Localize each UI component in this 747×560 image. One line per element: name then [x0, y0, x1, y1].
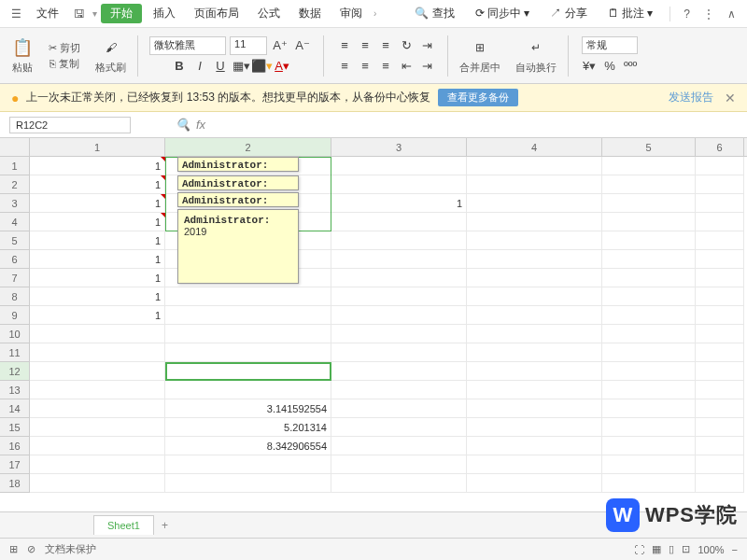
numfmt-select[interactable]: 常规 [582, 36, 638, 54]
add-sheet-button[interactable]: + [154, 515, 176, 536]
currency-icon[interactable]: ¥▾ [580, 56, 599, 75]
paste-icon[interactable]: 📋 [11, 36, 34, 59]
menu-data[interactable]: 数据 [291, 4, 329, 23]
paste-group: 📋 粘贴 [7, 36, 37, 75]
col-header[interactable]: 2 [165, 138, 331, 156]
formula-bar: R12C2 🔍fx [0, 112, 747, 138]
formatbrush-label: 格式刷 [95, 61, 126, 75]
name-box[interactable]: R12C2 [9, 117, 131, 133]
zoom-label: 100% [698, 544, 724, 555]
comment-indicator-icon [161, 194, 165, 199]
col-header[interactable]: 3 [331, 138, 467, 156]
copy-button[interactable]: ⎘ 复制 [49, 57, 79, 71]
sheet-tab[interactable]: Sheet1 [93, 515, 154, 535]
grid-view-icon[interactable]: ▦ [652, 543, 661, 555]
col-header[interactable]: 6 [696, 138, 744, 156]
collapse-icon[interactable]: ∧ [724, 6, 740, 22]
more-menu-icon[interactable]: ⋮ [699, 6, 718, 22]
col-header[interactable]: 5 [602, 138, 696, 156]
comment-tooltip: Administrator: [177, 175, 299, 190]
formatbrush-icon[interactable]: 🖌 [100, 36, 122, 59]
menu-icon[interactable]: ☰ [7, 6, 25, 22]
paste-label: 粘贴 [12, 61, 33, 75]
align-bot-icon[interactable]: ≡ [376, 36, 395, 55]
tab-switcher-icon[interactable]: ⊞ [9, 543, 18, 555]
menu-insert[interactable]: 插入 [146, 4, 183, 23]
format-group: 常规 ¥▾ % ººº [576, 36, 643, 75]
spreadsheet-grid[interactable]: 1 2 3 4 5 6 11 21 311 41 51 61 71 81 91 … [0, 138, 747, 511]
find-button[interactable]: 🔍 查找 [407, 4, 461, 23]
font-inc-icon[interactable]: A⁺ [271, 36, 289, 55]
rows: 11 21 311 41 51 61 71 81 91 10 11 12 13 … [0, 157, 747, 493]
align-mid-icon[interactable]: ≡ [356, 36, 374, 55]
annotate-button[interactable]: 🗒 批注 ▾ [600, 4, 661, 23]
menu-formula[interactable]: 公式 [250, 4, 288, 23]
merge-icon[interactable]: ⊞ [469, 36, 491, 59]
fontcolor-icon[interactable]: A▾ [273, 57, 291, 76]
comment-indicator-icon [161, 213, 165, 217]
comment-tooltip: Administrator: [177, 157, 299, 172]
underline-icon[interactable]: U [211, 57, 230, 76]
view-icon[interactable]: ⛶ [634, 544, 644, 555]
col-header[interactable]: 4 [467, 138, 602, 156]
font-group: 微软雅黑 11 A⁺ A⁻ B I U ▦▾ ⬛▾ A▾ [146, 36, 316, 76]
save-icon[interactable]: 🖫 [70, 6, 89, 22]
wrap-label: 自动换行 [515, 61, 557, 75]
indent2-icon[interactable]: ⇥ [417, 57, 436, 76]
indent-icon[interactable]: ⇥ [417, 36, 436, 55]
layout-view-icon[interactable]: ⊡ [682, 543, 690, 555]
italic-icon[interactable]: I [190, 57, 209, 76]
col-header[interactable]: 1 [30, 138, 165, 156]
align-group: ≡ ≡ ≡ ↻ ⇥ ≡ ≡ ≡ ⇤ ⇥ [331, 36, 440, 76]
cut-button[interactable]: ✂ 剪切 [49, 41, 80, 55]
status-bar: ⊞ ⊘ 文档未保护 ⛶ ▦ ▯ ⊡ 100% − [0, 538, 747, 560]
align-left-icon[interactable]: ≡ [335, 57, 354, 76]
menu-layout[interactable]: 页面布局 [187, 4, 247, 23]
comment-indicator-icon [161, 175, 165, 180]
select-all-corner[interactable] [0, 138, 30, 156]
send-report-link[interactable]: 发送报告 [669, 90, 713, 105]
notif-text: 上一次未正常关闭，已经恢复到 13:53 的版本。想找更早的版本，从备份中心恢复 [26, 90, 430, 105]
warn-icon: ● [11, 91, 19, 105]
zoom-out-icon[interactable]: − [732, 544, 738, 555]
fx-icon[interactable]: 🔍fx [176, 118, 205, 132]
clipboard-group: ✂ 剪切 ⎘ 复制 [45, 41, 84, 71]
more-icon[interactable]: › [374, 8, 376, 19]
percent-icon[interactable]: % [600, 56, 619, 75]
column-headers: 1 2 3 4 5 6 [0, 138, 747, 157]
protect-icon: ⊘ [27, 543, 35, 555]
formatbrush-group: 🖌 格式刷 [92, 36, 130, 75]
merge-group: ⊞ 合并居中 [456, 36, 504, 75]
comment-indicator-icon [161, 157, 165, 161]
comma-icon[interactable]: ººº [621, 56, 640, 75]
protect-label: 文档未保护 [45, 542, 96, 556]
bold-icon[interactable]: B [170, 57, 189, 76]
dropdown-icon[interactable]: ▾ [92, 8, 97, 19]
font-dec-icon[interactable]: A⁻ [293, 36, 312, 55]
wps-logo: W WPS学院 [606, 498, 738, 532]
page-view-icon[interactable]: ▯ [669, 543, 674, 555]
share-button[interactable]: ↗ 分享 [543, 4, 594, 23]
wrap-icon[interactable]: ↵ [525, 36, 547, 59]
orient-icon[interactable]: ↻ [397, 36, 416, 55]
logo-icon: W [606, 498, 640, 532]
border-icon[interactable]: ▦▾ [232, 57, 250, 76]
font-name-select[interactable]: 微软雅黑 [149, 36, 226, 55]
align-center-icon[interactable]: ≡ [356, 57, 374, 76]
wrap-group: ↵ 自动换行 [512, 36, 560, 75]
close-icon[interactable]: ✕ [725, 91, 736, 105]
backup-button[interactable]: 查看更多备份 [438, 89, 518, 106]
comment-tooltip: Administrator:2019 [177, 209, 299, 284]
logo-text: WPS学院 [645, 501, 738, 529]
outdent-icon[interactable]: ⇤ [397, 57, 416, 76]
help-icon[interactable]: ? [680, 6, 694, 22]
align-top-icon[interactable]: ≡ [335, 36, 354, 55]
align-right-icon[interactable]: ≡ [376, 57, 395, 76]
menu-review[interactable]: 审阅 [332, 4, 370, 23]
fill-icon[interactable]: ⬛▾ [252, 57, 271, 76]
menubar: ☰ 文件 🖫 ▾ 开始 插入 页面布局 公式 数据 审阅 › 🔍 查找 ⟳ 同步… [0, 0, 747, 28]
menu-start[interactable]: 开始 [101, 4, 142, 23]
menu-file[interactable]: 文件 [29, 4, 66, 23]
sync-button[interactable]: ⟳ 同步中 ▾ [468, 4, 538, 23]
font-size-select[interactable]: 11 [230, 36, 267, 55]
